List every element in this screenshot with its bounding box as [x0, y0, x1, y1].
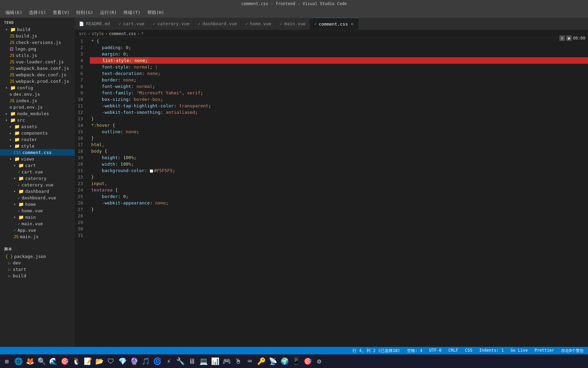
taskbar-shield[interactable]: 🛡: [105, 356, 116, 367]
taskbar-target[interactable]: 🎯: [302, 356, 313, 367]
sidebar-folder-dashboard[interactable]: ▾ 📁 dashboard: [0, 188, 75, 195]
script-label: dev: [13, 260, 21, 265]
taskbar-gem[interactable]: 💎: [117, 356, 128, 367]
sidebar-folder-build[interactable]: ▾ 📁 build: [0, 26, 75, 33]
sidebar-folder-components[interactable]: ▸ 📁 components: [0, 130, 75, 136]
sidebar-folder-style[interactable]: ▾ 📁 style: [0, 143, 75, 149]
taskbar-notepad[interactable]: 📝: [82, 356, 93, 367]
sidebar-folder-src[interactable]: ▾ 📁 src: [0, 117, 75, 123]
taskbar-folder[interactable]: 📂: [94, 356, 105, 367]
sidebar-file-webpackdev[interactable]: JS webpack.dev.conf.js: [0, 72, 75, 78]
sidebar-file-prodenv[interactable]: ⚙ prod.env.js: [0, 104, 75, 110]
npm-script-dev[interactable]: ▷ dev: [0, 260, 75, 266]
code-line-10: box-sizing: border-box;: [90, 96, 588, 103]
menu-run[interactable]: 运行(R): [97, 8, 119, 17]
npm-script-start[interactable]: ▷ start: [0, 266, 75, 273]
sidebar-file-webpackbase[interactable]: JS webpack.base.conf.js: [0, 65, 75, 72]
taskbar-keyboard[interactable]: ⌨: [244, 356, 255, 367]
taskbar-phone[interactable]: 📱: [291, 356, 301, 367]
code-editor[interactable]: 1 2 3 4 5 6 7 8 9 10 11 12 13 14 15 16 1: [75, 38, 588, 347]
status-prettier[interactable]: Prettier: [533, 348, 556, 354]
line-num-25: 25: [75, 193, 86, 200]
menu-terminal[interactable]: 终端(T): [121, 8, 143, 17]
taskbar-start[interactable]: ⊞: [1, 356, 12, 367]
taskbar-gear[interactable]: ⚙: [314, 356, 325, 367]
chevron-right-icon: ▸: [10, 125, 14, 128]
menu-help[interactable]: 帮助(H): [145, 8, 167, 17]
sidebar-file-vueloaderconf[interactable]: JS vue-loader.conf.js: [0, 59, 75, 65]
status-language[interactable]: CSS: [463, 348, 474, 354]
status-position[interactable]: 行 4, 列 2 (已选择18): [351, 348, 401, 354]
sidebar-folder-caterory[interactable]: ▾ 📁 caterory: [0, 175, 75, 182]
code-token: font-weight: [102, 84, 131, 89]
status-eol[interactable]: CRLF: [447, 348, 460, 354]
tab-dashboardvue[interactable]: ✓ dashboard.vue: [194, 18, 241, 30]
sidebar-file-commentcss[interactable]: CSS comment.css: [0, 149, 75, 156]
tab-readme[interactable]: 📄 README.md: [75, 18, 114, 30]
sidebar-file-devenv[interactable]: ⚙ dev.env.js: [0, 91, 75, 97]
taskbar-key[interactable]: 🔑: [256, 356, 267, 367]
sidebar-folder-assets[interactable]: ▸ 📁 assets: [0, 123, 75, 130]
status-indents[interactable]: Indents: 1: [478, 348, 505, 354]
taskbar-ie[interactable]: 🎯: [59, 356, 70, 367]
sidebar-file-mainjs[interactable]: JS main.js: [0, 233, 75, 240]
sidebar-file-logo[interactable]: 🖼 logo.png: [0, 46, 75, 52]
sidebar-folder-views[interactable]: ▾ 📁 views: [0, 156, 75, 162]
sidebar-folder-cart[interactable]: ▾ 📁 cart: [0, 162, 75, 169]
script-label: start: [13, 267, 26, 272]
sidebar-file-webpackprod[interactable]: JS webpack.prod.conf.js: [0, 78, 75, 85]
tab-close-button[interactable]: ×: [350, 21, 354, 27]
sidebar-folder-router[interactable]: ▸ 📁 router: [0, 136, 75, 143]
taskbar-mouse[interactable]: 🖱: [233, 356, 244, 367]
menu-select[interactable]: 选择(S): [26, 8, 48, 17]
taskbar-magic[interactable]: 🔮: [129, 356, 140, 367]
tab-mainvue[interactable]: ✓ main.vue: [276, 18, 310, 30]
status-warnings[interactable]: 存在0个警告: [560, 348, 585, 354]
status-indent[interactable]: 空格: 4: [406, 348, 424, 354]
sidebar-file-checkversions[interactable]: JS check-versions.js: [0, 39, 75, 46]
sidebar-folder-main[interactable]: ▾ 📁 main: [0, 214, 75, 220]
code-line-18: }: [90, 135, 588, 141]
sidebar-file-utilsjs[interactable]: JS utils.js: [0, 52, 75, 59]
sidebar-file-mainvue[interactable]: ✓ main.vue: [0, 220, 75, 227]
taskbar-lightning[interactable]: ⚡: [163, 356, 174, 367]
taskbar-search[interactable]: 🔍: [36, 356, 47, 367]
taskbar-edge[interactable]: 🌊: [48, 356, 59, 367]
taskbar-game[interactable]: 🎮: [221, 356, 232, 367]
sidebar-folder-config[interactable]: ▾ 📁 config: [0, 85, 75, 91]
sidebar-file-dashboardvue[interactable]: ✓ dashboard.vue: [0, 195, 75, 201]
menu-goto[interactable]: 转到(G): [74, 8, 96, 17]
taskbar-wrench[interactable]: 🔧: [175, 356, 186, 367]
tab-cateroryvue[interactable]: ✓ caterory.vue: [149, 18, 194, 30]
sidebar-file-indexjs[interactable]: JS index.js: [0, 97, 75, 104]
npm-packagejson[interactable]: { } package.json: [0, 253, 75, 260]
tab-cartvue[interactable]: ✓ cart.vue: [114, 18, 149, 30]
taskbar-globe[interactable]: 🌍: [279, 356, 290, 367]
menu-view[interactable]: 查看(V): [50, 8, 72, 17]
tab-commentcss[interactable]: ✓ comment.css ×: [310, 18, 359, 30]
menu-edit[interactable]: 编辑(E): [3, 8, 25, 17]
taskbar-music[interactable]: 🎵: [140, 356, 151, 367]
taskbar-antenna[interactable]: 📡: [267, 356, 278, 367]
taskbar-spiral[interactable]: 🌀: [152, 356, 163, 367]
taskbar-firefox[interactable]: 🦊: [24, 356, 35, 367]
taskbar-chart[interactable]: 📊: [210, 356, 220, 367]
sidebar-file-cartvue[interactable]: ✓ cart.vue: [0, 169, 75, 175]
taskbar-chrome[interactable]: 🌐: [13, 356, 24, 367]
taskbar-laptop[interactable]: 💻: [198, 356, 209, 367]
taskbar-penguin[interactable]: 🐧: [71, 356, 82, 367]
pause-button[interactable]: ⏸: [559, 35, 565, 41]
sidebar-file-homevue[interactable]: ✓ home.vue: [0, 208, 75, 214]
code-token: antialiased: [166, 110, 195, 115]
sidebar-file-appvue[interactable]: ✓ App.vue: [0, 227, 75, 233]
sidebar-folder-home[interactable]: ▾ 📁 home: [0, 201, 75, 208]
sidebar-file-buildjs[interactable]: JS build.js: [0, 33, 75, 39]
status-golive[interactable]: Go Live: [509, 348, 529, 354]
sidebar-folder-nodemodules[interactable]: ▸ 📁 node_modules: [0, 110, 75, 117]
taskbar-monitor[interactable]: 🖥: [186, 356, 197, 367]
status-encoding[interactable]: UTF-8: [428, 348, 443, 354]
npm-script-build[interactable]: ▷ build: [0, 273, 75, 279]
stop-button[interactable]: ⏹: [566, 35, 572, 41]
sidebar-file-cateroryvue[interactable]: ✓ caterory.vue: [0, 182, 75, 188]
tab-homevue[interactable]: ✓ home.vue: [241, 18, 276, 30]
